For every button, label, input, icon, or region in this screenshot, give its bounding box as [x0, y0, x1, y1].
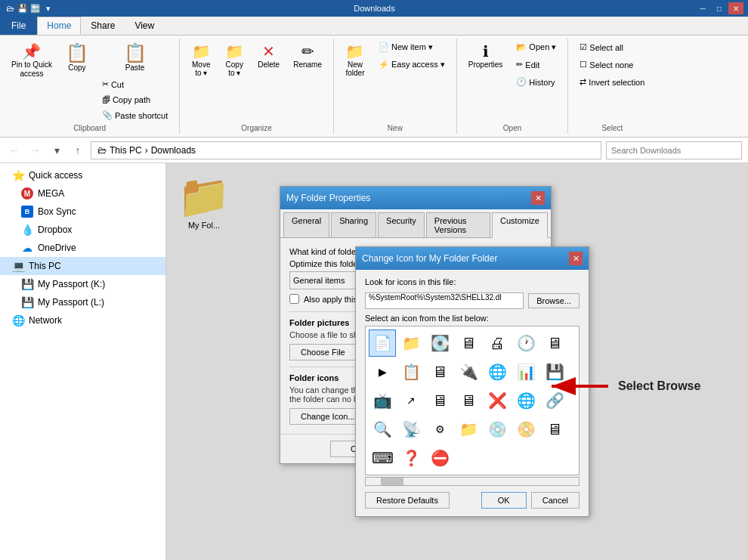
new-item-button[interactable]: 📄 New item ▾ — [373, 40, 450, 54]
also-apply-checkbox[interactable] — [289, 294, 299, 304]
dropbox-icon: 💧 — [21, 224, 33, 236]
delete-button[interactable]: ✕ Delete — [252, 40, 285, 73]
cut-button[interactable]: ✂ Cut — [97, 77, 173, 91]
tab-share[interactable]: Share — [81, 17, 125, 35]
path-downloads[interactable]: Downloads — [151, 145, 196, 156]
icon-item-14[interactable]: 📺 — [369, 387, 396, 414]
change-icon-ok-button[interactable]: OK — [481, 492, 527, 509]
sidebar-item-this-pc[interactable]: 💻 This PC — [0, 257, 165, 275]
move-to-button[interactable]: 📁 Moveto ▾ — [186, 40, 216, 81]
sidebar-item-passport-k[interactable]: 💾 My Passport (K:) — [0, 275, 165, 293]
app-icon: 🗁 — [5, 3, 15, 14]
organize-group-label: Organize — [241, 124, 272, 132]
folder-icon-path: 🗁 — [97, 145, 107, 156]
icon-file-path[interactable]: %SystemRoot%\System32\SHELL32.dl — [365, 292, 524, 309]
invert-selection-button[interactable]: ⇄ Invert selection — [574, 75, 650, 89]
icon-item-29[interactable]: ❓ — [397, 444, 425, 472]
icon-item-1[interactable]: 📁 — [397, 330, 425, 357]
icon-item-17[interactable]: 🖥 — [455, 387, 482, 414]
file-area[interactable]: 📁 My Fol... My Folder Properties ✕ Gener… — [166, 163, 748, 560]
rename-button[interactable]: ✏ Rename — [288, 40, 327, 73]
icon-item-27[interactable]: 🖥 — [541, 416, 568, 443]
history-button[interactable]: 🕐 History — [511, 75, 561, 89]
properties-button[interactable]: ℹ Properties — [463, 40, 508, 73]
ribbon-content: 📌 Pin to Quickaccess 📋 Copy 📋 Paste — [0, 36, 748, 137]
copy-button-large[interactable]: 📋 Copy — [60, 40, 94, 76]
address-path[interactable]: 🗁 This PC › Downloads — [91, 141, 601, 159]
forward-button[interactable]: → — [27, 142, 44, 159]
up-button[interactable]: ↑ — [70, 142, 86, 159]
sidebar-item-quick-access[interactable]: ⭐ Quick access — [0, 166, 165, 184]
maximize-button[interactable]: □ — [712, 2, 727, 14]
icon-item-2[interactable]: 💽 — [426, 330, 453, 357]
icon-item-28[interactable]: ⌨ — [369, 444, 396, 472]
tb-dropdown[interactable]: ▾ — [43, 3, 54, 14]
pin-to-quick-access-button[interactable]: 📌 Pin to Quickaccess — [6, 40, 57, 82]
icon-item-5[interactable]: 🕐 — [512, 330, 539, 357]
icon-item-7[interactable]: ▶ — [369, 358, 396, 385]
easy-access-label: Easy access ▾ — [391, 60, 445, 70]
restore-defaults-button[interactable]: Restore Defaults — [365, 492, 450, 509]
copy-to-button[interactable]: 📁 Copyto ▾ — [219, 40, 249, 81]
sidebar-item-box-sync[interactable]: B Box Sync — [0, 203, 165, 221]
search-input[interactable] — [606, 141, 742, 159]
paste-shortcut-button[interactable]: 📎 Paste shortcut — [97, 108, 173, 122]
tb-back[interactable]: 🔙 — [30, 3, 41, 14]
icon-item-19[interactable]: 🌐 — [512, 387, 539, 414]
icon-item-16[interactable]: 🖥 — [426, 387, 453, 414]
icon-item-30[interactable]: ⛔ — [426, 444, 453, 472]
edit-button[interactable]: ✏ Edit — [511, 57, 561, 72]
icon-item-11[interactable]: 🌐 — [484, 358, 511, 385]
icon-item-0[interactable]: 📄 — [369, 330, 396, 357]
minimize-button[interactable]: ─ — [695, 2, 710, 14]
icon-item-4[interactable]: 🖨 — [484, 330, 511, 357]
sidebar-item-mega[interactable]: M MEGA — [0, 184, 165, 203]
choose-file-button[interactable]: Choose File — [289, 344, 357, 360]
icon-item-18[interactable]: ❌ — [484, 387, 511, 414]
icon-item-23[interactable]: ⚙ — [426, 416, 453, 443]
tab-file[interactable]: File — [0, 17, 37, 35]
close-button[interactable]: ✕ — [728, 2, 743, 14]
icon-scrollbar[interactable] — [365, 477, 580, 486]
tab-previous-versions[interactable]: Previous Versions — [426, 212, 490, 237]
back-button[interactable]: ← — [6, 142, 23, 159]
tab-view[interactable]: View — [125, 17, 164, 35]
tab-sharing[interactable]: Sharing — [331, 212, 376, 237]
icon-item-3[interactable]: 🖥 — [455, 330, 482, 357]
recent-locations-button[interactable]: ▾ — [48, 142, 65, 159]
easy-access-button[interactable]: ⚡ Easy access ▾ — [373, 57, 450, 72]
new-folder-button[interactable]: 📁 Newfolder — [340, 40, 370, 81]
tab-customize[interactable]: Customize — [492, 212, 548, 238]
icon-item-9[interactable]: 🖥 — [426, 358, 453, 385]
change-icon-cancel-button[interactable]: Cancel — [531, 492, 580, 509]
folder-props-close-button[interactable]: ✕ — [531, 191, 545, 205]
icon-item-6[interactable]: 🖥 — [541, 330, 568, 357]
icon-item-26[interactable]: 📀 — [512, 416, 539, 443]
icon-item-21[interactable]: 🔍 — [369, 416, 396, 443]
paste-button[interactable]: 📋 Paste — [97, 40, 173, 76]
icon-item-25[interactable]: 💿 — [484, 416, 511, 443]
sidebar-item-network[interactable]: 🌐 Network — [0, 311, 165, 330]
icon-item-12[interactable]: 📊 — [512, 358, 539, 385]
icon-item-8[interactable]: 📋 — [397, 358, 425, 385]
browse-button[interactable]: Browse... — [528, 293, 580, 308]
icon-item-22[interactable]: 📡 — [397, 416, 425, 443]
icon-item-24[interactable]: 📁 — [455, 416, 482, 443]
sidebar-item-passport-l[interactable]: 💾 My Passport (L:) — [0, 293, 165, 311]
icon-item-10[interactable]: 🔌 — [455, 358, 482, 385]
sidebar-item-onedrive[interactable]: ☁ OneDrive — [0, 239, 165, 257]
tb-icon2[interactable]: 💾 — [17, 3, 28, 14]
path-thispc[interactable]: This PC — [110, 145, 142, 156]
copy-path-button[interactable]: 🗐 Copy path — [97, 93, 173, 107]
tab-security[interactable]: Security — [378, 212, 425, 237]
tab-general[interactable]: General — [283, 212, 329, 237]
select-none-button[interactable]: ☐ Select none — [574, 57, 650, 72]
icon-item-15[interactable]: ↗ — [397, 387, 425, 414]
select-all-button[interactable]: ☑ Select all — [574, 40, 650, 54]
open-button[interactable]: 📂 Open ▾ — [511, 40, 561, 54]
annotation-text: Select Browse — [618, 379, 700, 393]
sidebar-item-dropbox[interactable]: 💧 Dropbox — [0, 221, 165, 239]
tab-home[interactable]: Home — [37, 17, 81, 35]
scrollbar-thumb[interactable] — [381, 478, 403, 485]
change-icon-close-button[interactable]: ✕ — [569, 252, 583, 265]
